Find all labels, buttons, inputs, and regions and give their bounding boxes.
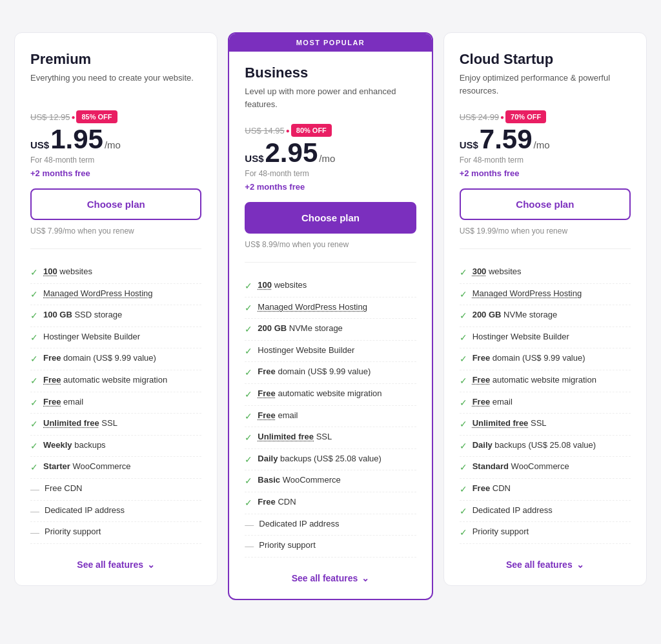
feature-text: Priority support (45, 526, 101, 538)
free-months: +2 months free (30, 168, 201, 178)
feature-text: Free domain (US$ 9.99 value) (43, 352, 156, 364)
feature-check-icon: ✓ (30, 267, 38, 279)
feature-item: ✓ Free email (245, 406, 416, 428)
current-price: US$ 1.95 /mo (30, 126, 201, 153)
feature-text: Dedicated IP address (473, 505, 553, 516)
price-amount: 7.59 (480, 126, 533, 153)
feature-item: ✓ Unlimited free SSL (460, 414, 631, 436)
feature-dash-icon: — (30, 483, 39, 496)
feature-text: Free CDN (473, 483, 511, 494)
term-label: For 48-month term (245, 169, 416, 178)
feature-text: Hostinger Website Builder (43, 331, 140, 343)
feature-item: ✓ Free CDN (460, 479, 631, 501)
feature-text: 100 GB SSD storage (43, 309, 122, 321)
price-row: US$ 12.95 85% OFF (30, 110, 201, 123)
feature-check-icon: ✓ (30, 418, 38, 431)
feature-text: Free automatic website migration (258, 388, 381, 399)
price-prefix: US$ (460, 139, 478, 150)
feature-check-icon: ✓ (460, 267, 467, 279)
term-label: For 48-month term (30, 156, 201, 165)
feature-check-icon: ✓ (30, 288, 38, 301)
feature-check-icon: ✓ (245, 323, 252, 336)
feature-check-icon: ✓ (30, 461, 38, 474)
features-list: ✓ 100 websites ✓ Managed WordPress Hosti… (245, 276, 416, 558)
feature-check-icon: ✓ (245, 280, 252, 293)
feature-item: ✓ 100 websites (30, 262, 201, 284)
current-price: US$ 2.95 /mo (245, 139, 416, 166)
original-price: US$ 12.95 (30, 112, 70, 122)
feature-text: Priority support (473, 526, 529, 538)
feature-text: 200 GB NVMe storage (473, 309, 558, 321)
see-all-label: See all features (292, 573, 358, 583)
feature-text: Hostinger Website Builder (258, 345, 354, 356)
feature-text: Free domain (US$ 9.99 value) (258, 366, 371, 377)
free-months: +2 months free (460, 168, 631, 178)
feature-check-icon: ✓ (30, 332, 38, 345)
plan-desc: Enjoy optimized performance & powerful r… (460, 72, 631, 99)
price-suffix: /mo (105, 139, 121, 150)
feature-check-icon: ✓ (30, 375, 38, 388)
renew-price: US$ 7.99/mo when you renew (30, 226, 201, 249)
feature-text: Basic WooCommerce (258, 474, 340, 486)
feature-check-icon: ✓ (245, 432, 252, 445)
see-all-label: See all features (506, 559, 573, 570)
plan-desc: Level up with more power and enhanced fe… (245, 85, 416, 112)
features-list: ✓ 300 websites ✓ Managed WordPress Hosti… (460, 262, 631, 544)
feature-check-icon: ✓ (460, 505, 467, 518)
feature-text: Free CDN (258, 496, 296, 508)
feature-text: Weekly backups (43, 439, 106, 451)
feature-text: Free automatic website migration (473, 374, 596, 386)
feature-item: ✓ Hostinger Website Builder (460, 327, 631, 349)
original-price: US$ 24.99 (460, 112, 499, 122)
see-all-features-link[interactable]: See all features ⌄ (460, 557, 631, 570)
feature-item: ✓ 100 websites (245, 276, 416, 297)
feature-text: 200 GB NVMe storage (258, 323, 343, 334)
feature-text: Unlimited free SSL (43, 418, 117, 429)
feature-item: ✓ Managed WordPress Hosting (30, 284, 201, 306)
feature-item: ✓ Priority support (460, 522, 631, 544)
choose-plan-button-cloud-startup[interactable]: Choose plan (460, 188, 631, 220)
feature-check-icon: ✓ (30, 353, 38, 366)
feature-check-icon: ✓ (460, 353, 467, 366)
feature-text: Free email (43, 396, 83, 408)
see-all-features-link[interactable]: See all features ⌄ (30, 557, 201, 570)
feature-text: Free domain (US$ 9.99 value) (473, 352, 585, 364)
feature-item: — Dedicated IP address (30, 501, 201, 523)
feature-text: Free automatic website migration (43, 374, 167, 386)
feature-check-icon: ✓ (460, 332, 467, 345)
feature-text: Hostinger Website Builder (473, 331, 569, 343)
feature-item: ✓ 100 GB SSD storage (30, 305, 201, 327)
features-list: ✓ 100 websites ✓ Managed WordPress Hosti… (30, 262, 201, 544)
feature-item: ✓ Free automatic website migration (30, 370, 201, 392)
feature-item: ✓ Free email (30, 392, 201, 414)
feature-item: ✓ Unlimited free SSL (245, 427, 416, 449)
popular-badge: MOST POPULAR (229, 34, 431, 52)
feature-check-icon: ✓ (30, 397, 38, 410)
price-amount: 1.95 (50, 126, 103, 153)
feature-item: ✓ 300 websites (460, 262, 631, 284)
feature-dash-icon: — (245, 540, 254, 553)
feature-check-icon: ✓ (460, 397, 467, 410)
feature-check-icon: ✓ (30, 440, 38, 453)
feature-item: ✓ Daily backups (US$ 25.08 value) (460, 436, 631, 458)
feature-text: 100 websites (258, 279, 307, 291)
feature-text: Standard WooCommerce (473, 461, 569, 472)
feature-item: ✓ Free CDN (245, 492, 416, 514)
see-all-features-link[interactable]: See all features ⌄ (245, 570, 416, 583)
feature-text: Free email (258, 410, 298, 421)
plan-card-premium: PremiumEverything you need to create you… (14, 32, 218, 586)
choose-plan-button-premium[interactable]: Choose plan (30, 188, 201, 220)
plan-name: Premium (30, 51, 201, 68)
feature-item: ✓ Daily backups (US$ 25.08 value) (245, 449, 416, 471)
feature-check-icon: ✓ (460, 310, 467, 323)
feature-check-icon: ✓ (460, 375, 467, 388)
price-row: US$ 14.95 80% OFF (245, 124, 416, 137)
plan-name: Cloud Startup (460, 51, 631, 68)
feature-item: ✓ Free domain (US$ 9.99 value) (30, 348, 201, 370)
feature-text: Unlimited free SSL (473, 418, 547, 429)
price-amount: 2.95 (265, 139, 318, 166)
term-label: For 48-month term (460, 156, 631, 165)
feature-item: ✓ Weekly backups (30, 436, 201, 458)
feature-text: Managed WordPress Hosting (258, 301, 367, 313)
choose-plan-button-business[interactable]: Choose plan (245, 202, 416, 234)
